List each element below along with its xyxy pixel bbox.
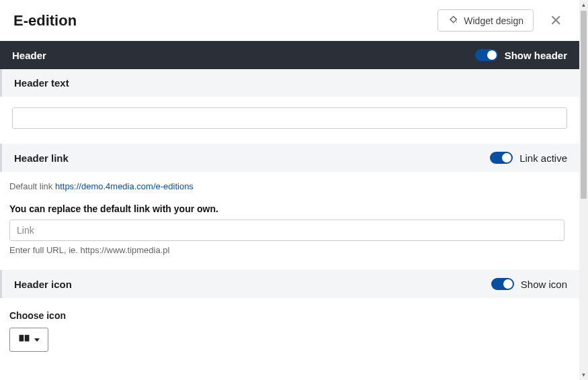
link-input[interactable] <box>9 220 564 241</box>
link-hint: Enter full URL, ie. https://www.tipmedia… <box>0 241 579 270</box>
widget-design-label: Widget design <box>464 15 523 26</box>
close-button[interactable]: ✕ <box>546 12 566 30</box>
default-link-url[interactable]: https://demo.4media.com/e-editions <box>55 181 194 191</box>
show-header-toggle[interactable] <box>475 49 498 61</box>
show-icon-toggle-label: Show icon <box>521 279 567 290</box>
show-icon-toggle[interactable] <box>491 278 514 290</box>
widget-design-button[interactable]: Widget design <box>437 9 534 32</box>
header-text-section-bar: Header text <box>0 69 579 97</box>
header-section-bar: Header Show header <box>0 41 579 69</box>
default-link-prefix: Default link <box>9 181 55 191</box>
header-section-label: Header <box>12 50 46 61</box>
default-link-line: Default link https://demo.4media.com/e-e… <box>0 172 579 193</box>
chevron-down-icon <box>34 338 40 342</box>
link-active-toggle[interactable] <box>490 152 513 164</box>
header-text-input[interactable] <box>12 107 567 129</box>
book-open-icon <box>18 334 30 346</box>
paint-bucket-icon <box>448 14 458 27</box>
link-active-toggle-label: Link active <box>519 152 567 164</box>
header-text-section-label: Header text <box>14 77 69 89</box>
header-icon-section-bar: Header icon Show icon <box>0 270 579 298</box>
replace-link-text: You can replace the default link with yo… <box>0 193 579 220</box>
close-icon: ✕ <box>550 12 562 29</box>
scrollbar-thumb[interactable] <box>581 11 587 199</box>
header-icon-section-label: Header icon <box>14 279 72 290</box>
vertical-scrollbar[interactable]: ▲ ▼ <box>579 0 588 380</box>
page-title: E-edition <box>13 12 77 30</box>
scroll-down-arrow-icon: ▼ <box>579 371 588 379</box>
header-link-section-label: Header link <box>14 152 69 164</box>
icon-dropdown[interactable] <box>9 328 48 352</box>
show-header-toggle-label: Show header <box>505 50 567 61</box>
choose-icon-label: Choose icon <box>0 298 579 328</box>
scroll-up-arrow-icon: ▲ <box>579 1 588 9</box>
header-link-section-bar: Header link Link active <box>0 144 579 172</box>
